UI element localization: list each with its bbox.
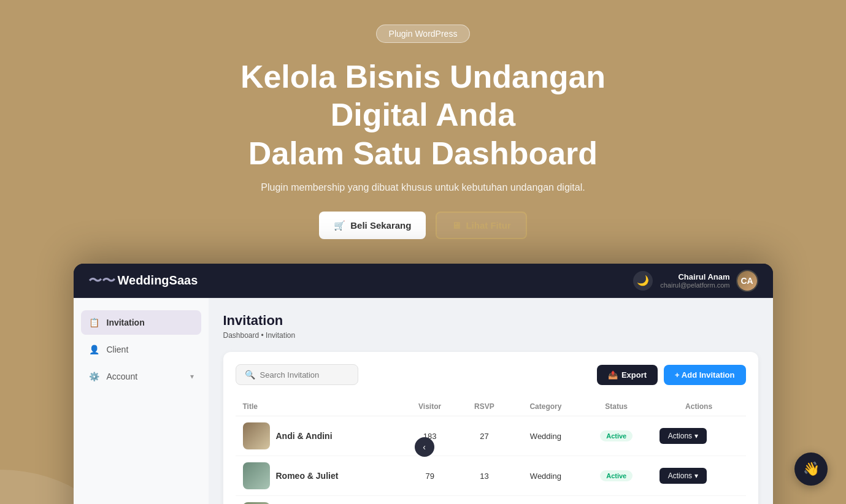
invitation-thumbnail (243, 422, 270, 449)
monitor-icon: 🖥 (452, 220, 461, 231)
sidebar-item-label: Client (107, 345, 129, 354)
sidebar: 📋 Invitation 👤 Client ⚙️ Account ▾ (74, 298, 209, 504)
user-name: Chairul Anam (660, 272, 729, 281)
plugin-badge: Plugin WordPress (376, 25, 471, 43)
sidebar-item-account[interactable]: ⚙️ Account ▾ (81, 364, 201, 389)
dashboard-header: 〜〜 WeddingSaas 🌙 Chairul Anam chairul@pe… (74, 264, 773, 298)
toolbar-actions: 📤 Export + Add Invitation (597, 365, 746, 385)
dashboard-body: 📋 Invitation 👤 Client ⚙️ Account ▾ Invit… (74, 298, 773, 504)
dashboard-logo: 〜〜 WeddingSaas (88, 272, 198, 290)
hero-buttons: 🛒 Beli Sekarang 🖥 Lihat Fitur (319, 212, 527, 239)
user-info: Chairul Anam chairul@pelatform.com CA (660, 270, 758, 292)
actions-cell: Actions ▾ (652, 416, 746, 456)
table-row: Andi & Andini 183 27 Wedding Active Acti… (236, 416, 746, 456)
hero-title: Kelola Bisnis Undangan Digital Anda Dala… (209, 58, 638, 172)
add-invitation-button[interactable]: + Add Invitation (664, 365, 745, 385)
scroll-handle[interactable]: ‹ (415, 437, 434, 457)
search-icon: 🔍 (245, 370, 255, 380)
status-cell: Active (581, 496, 652, 504)
hero-subtitle: Plugin membership yang dibuat khusus unt… (261, 182, 585, 193)
sidebar-item-client[interactable]: 👤 Client (81, 337, 201, 362)
visitor-count: 20 (402, 496, 458, 504)
content-card: 🔍 📤 Export + Add Invitation (223, 352, 758, 504)
rsvp-count: 27 (458, 416, 510, 456)
avatar-image: CA (737, 271, 757, 291)
col-status: Status (581, 397, 652, 416)
buy-now-button[interactable]: 🛒 Beli Sekarang (319, 212, 426, 239)
chevron-down-icon: ▾ (694, 472, 698, 480)
category: Wedding (510, 416, 581, 456)
status-badge: Active (600, 430, 633, 441)
chevron-down-icon: ▾ (694, 432, 698, 440)
user-text: Chairul Anam chairul@pelatform.com (660, 272, 729, 289)
account-icon: ⚙️ (88, 370, 101, 383)
rsvp-count: 13 (458, 456, 510, 496)
actions-button[interactable]: Actions ▾ (659, 428, 707, 444)
actions-button[interactable]: Actions ▾ (659, 468, 707, 484)
status-cell: Active (581, 416, 652, 456)
search-input[interactable] (260, 370, 349, 380)
invitation-title: Andi & Andini (243, 422, 394, 449)
col-category: Category (510, 397, 581, 416)
invitation-name: Andi & Andini (276, 431, 333, 441)
category: Wedding (510, 496, 581, 504)
invitations-table: Title Visitor RSVP Category Status Actio… (236, 397, 746, 504)
view-features-button[interactable]: 🖥 Lihat Fitur (436, 212, 526, 239)
moon-icon: 🌙 (637, 275, 649, 286)
hero-section: Plugin WordPress Kelola Bisnis Undangan … (0, 0, 846, 504)
category: Wedding (510, 456, 581, 496)
actions-cell: Actions ▾ (652, 456, 746, 496)
chat-bubble[interactable]: 👋 (794, 452, 828, 486)
invitation-icon: 📋 (88, 316, 101, 329)
invitation-name: Romeo & Juliet (276, 471, 339, 481)
sidebar-item-label: Invitation (107, 318, 145, 327)
logo-icon: 〜〜 (88, 272, 115, 290)
sidebar-item-label: Account (107, 372, 138, 381)
visitor-count: 79 (402, 456, 458, 496)
page-title: Invitation (223, 313, 758, 329)
col-rsvp: RSVP (458, 397, 510, 416)
export-button[interactable]: 📤 Export (597, 365, 658, 385)
user-email: chairul@pelatform.com (660, 281, 729, 289)
client-icon: 👤 (88, 343, 101, 356)
sidebar-item-invitation[interactable]: 📋 Invitation (81, 310, 201, 335)
header-right: 🌙 Chairul Anam chairul@pelatform.com CA (633, 270, 758, 292)
chat-icon: 👋 (803, 461, 820, 477)
col-visitor: Visitor (402, 397, 458, 416)
col-actions: Actions (652, 397, 746, 416)
table-row: Dewa & Dewi 20 2 Wedding Active Actions … (236, 496, 746, 504)
theme-toggle-button[interactable]: 🌙 (633, 271, 653, 291)
toolbar: 🔍 📤 Export + Add Invitation (236, 364, 746, 385)
breadcrumb: Dashboard • Invitation (223, 331, 758, 340)
search-box[interactable]: 🔍 (236, 364, 358, 385)
actions-cell: Actions ▾ (652, 496, 746, 504)
chevron-left-icon: ‹ (423, 442, 426, 452)
status-badge: Active (600, 470, 633, 481)
status-cell: Active (581, 456, 652, 496)
cart-icon: 🛒 (334, 220, 345, 231)
invitation-title: Romeo & Juliet (243, 462, 394, 489)
invitation-thumbnail (243, 462, 270, 489)
col-title: Title (236, 397, 402, 416)
table-row: Romeo & Juliet 79 13 Wedding Active Acti… (236, 456, 746, 496)
avatar: CA (736, 270, 758, 292)
chevron-down-icon: ▾ (190, 372, 194, 381)
rsvp-count: 2 (458, 496, 510, 504)
export-icon: 📤 (608, 370, 618, 380)
main-content: Invitation Dashboard • Invitation 🔍 (209, 298, 773, 504)
dashboard-preview: 〜〜 WeddingSaas 🌙 Chairul Anam chairul@pe… (74, 264, 773, 504)
